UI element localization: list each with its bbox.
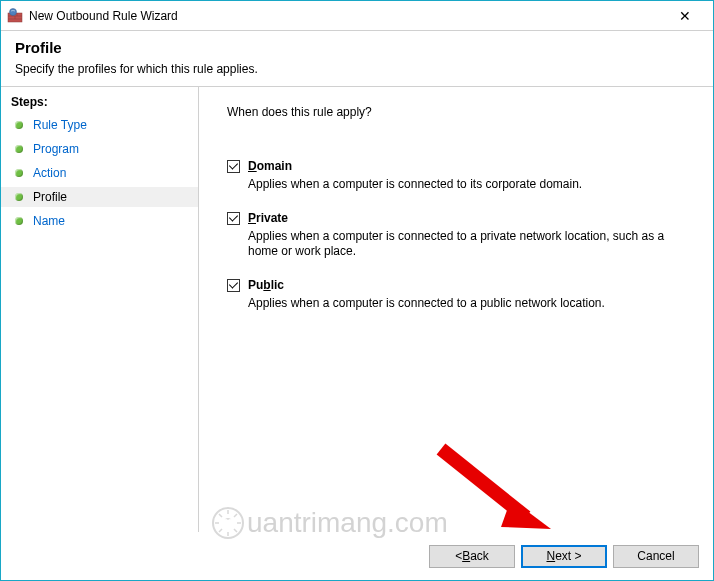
bullet-icon [15,121,23,129]
svg-point-6 [10,8,17,15]
private-label: Private [248,211,288,225]
step-label: Name [33,214,65,228]
step-name[interactable]: Name [1,211,198,231]
step-action[interactable]: Action [1,163,198,183]
titlebar: New Outbound Rule Wizard ✕ [1,1,713,31]
back-button[interactable]: < Back [429,545,515,568]
wizard-header: Profile Specify the profiles for which t… [1,31,713,87]
option-private-row: Private [227,211,685,225]
public-label: Public [248,278,284,292]
cancel-button[interactable]: Cancel [613,545,699,568]
step-label: Action [33,166,66,180]
bullet-icon [15,193,23,201]
step-program[interactable]: Program [1,139,198,159]
wizard-body: Steps: Rule Type Program Action Profile … [1,87,713,532]
step-label: Profile [33,190,67,204]
step-profile[interactable]: Profile [1,187,198,207]
step-label: Program [33,142,79,156]
private-checkbox[interactable] [227,212,240,225]
domain-label: Domain [248,159,292,173]
content-pane: When does this rule apply? Domain Applie… [199,87,713,532]
public-checkbox[interactable] [227,279,240,292]
option-domain-row: Domain [227,159,685,173]
steps-sidebar: Steps: Rule Type Program Action Profile … [1,87,199,532]
private-desc: Applies when a computer is connected to … [248,229,668,260]
page-title: Profile [15,39,699,56]
domain-desc: Applies when a computer is connected to … [248,177,668,193]
bullet-icon [15,145,23,153]
step-rule-type[interactable]: Rule Type [1,115,198,135]
steps-heading: Steps: [1,91,198,115]
bullet-icon [15,217,23,225]
window-title: New Outbound Rule Wizard [29,9,665,23]
close-button[interactable]: ✕ [665,2,705,30]
public-desc: Applies when a computer is connected to … [248,296,668,312]
wizard-window: New Outbound Rule Wizard ✕ Profile Speci… [0,0,714,581]
question-text: When does this rule apply? [227,105,685,119]
domain-checkbox[interactable] [227,160,240,173]
next-button[interactable]: Next > [521,545,607,568]
bullet-icon [15,169,23,177]
firewall-icon [7,8,23,24]
page-subtitle: Specify the profiles for which this rule… [15,62,699,76]
option-public-row: Public [227,278,685,292]
wizard-footer: < Back Next > Cancel [1,532,713,580]
step-label: Rule Type [33,118,87,132]
